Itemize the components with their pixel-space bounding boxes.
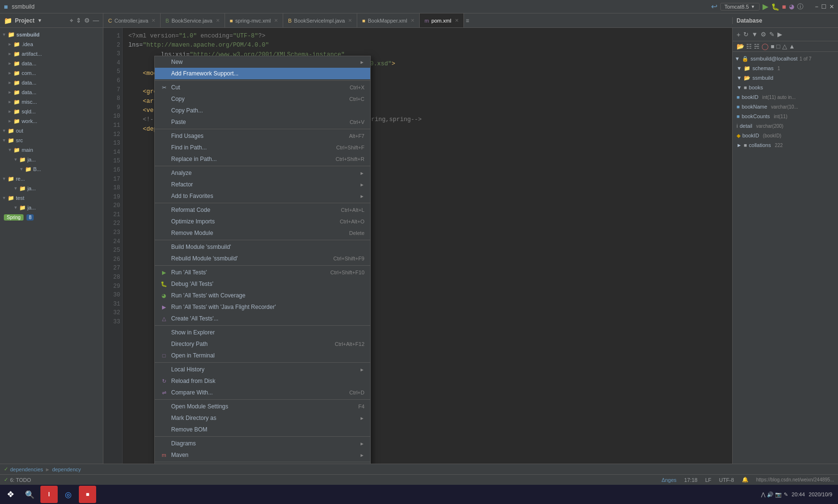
tab-bookmapper[interactable]: ■ BookMapper.xml ✕ [357,13,420,27]
menu-item-add-favorites[interactable]: Add to Favorites ► [155,190,370,202]
close-panel-icon[interactable]: — [93,17,99,24]
menu-item-optimize-imports[interactable]: Optimize Imports Ctrl+Alt+O [155,216,370,227]
tree-item-idea[interactable]: ► 📁 .idea [0,39,103,49]
menu-item-debug-tests[interactable]: 🐛 Debug 'All Tests' [155,278,370,290]
menu-item-find-usages[interactable]: Find Usages Alt+F7 [155,130,370,142]
db-connection[interactable]: ▼ 🔒 ssmbuild@localhost 1 of 7 [733,54,838,63]
menu-item-run-coverage[interactable]: ◕ Run 'All Tests' with Coverage [155,290,370,301]
menu-item-open-module-settings[interactable]: Open Module Settings F4 [155,401,370,412]
status-changes-link[interactable]: Δnges [662,477,676,483]
tree-item-book[interactable]: ▼ 📁 B... [0,164,103,174]
db-edit-icon[interactable]: ✎ [769,31,775,38]
menu-item-create-tests[interactable]: △ Create 'All Tests'... [155,313,370,324]
run-icon[interactable]: ▶ [763,2,768,11]
tree-item-re[interactable]: ▼ 📁 re... [0,174,103,184]
tab-bookserviceimpl[interactable]: B BookServiceImpl.java ✕ [283,13,357,27]
tab-more-icon[interactable]: ≡ [464,13,471,27]
db-collations[interactable]: ► ■ collations 222 [733,140,838,150]
menu-item-rebuild-module[interactable]: Rebuild Module 'ssmbuild' Ctrl+Shift+F9 [155,253,370,264]
menu-item-build-module[interactable]: Build Module 'ssmbuild' [155,241,370,253]
menu-item-mark-directory[interactable]: Mark Directory as ► [155,412,370,424]
stop-icon[interactable]: ■ [782,3,786,11]
tree-item-java1[interactable]: ▼ 📁 ja... [0,155,103,164]
menu-item-add-framework[interactable]: Add Framework Support... [155,68,370,79]
settings-icon[interactable]: ⚙ [84,17,90,24]
profile-icon[interactable]: ⓘ [797,2,803,11]
db-refresh-icon[interactable]: ↻ [743,31,749,38]
breadcrumb-dependency[interactable]: dependency [52,467,81,472]
menu-item-local-history[interactable]: Local History ► [155,364,370,375]
db-settings-icon[interactable]: ⚙ [761,31,766,38]
menu-item-paste[interactable]: Paste Ctrl+V [155,116,370,128]
tab-springmvc[interactable]: ■ spring-mvc.xml ✕ [225,13,284,27]
menu-item-open-terminal[interactable]: □ Open in Terminal [155,350,370,361]
status-charset[interactable]: UTF-8 [719,477,734,483]
menu-item-refactor[interactable]: Refactor ► [155,179,370,190]
menu-item-diagrams[interactable]: Diagrams ► [155,438,370,449]
menu-item-find-in-path[interactable]: Find in Path... Ctrl+Shift+F [155,142,370,153]
tree-item-main[interactable]: ▼ 📁 main [0,145,103,155]
debug-icon[interactable]: 🐛 [771,3,779,11]
locate-icon[interactable]: ⌖ [70,17,73,25]
maximize-btn[interactable]: ☐ [821,3,826,10]
db-plus-icon[interactable]: + [737,31,740,38]
todo-tab[interactable]: ✓ 6: TODO [4,477,31,483]
menu-item-reformat[interactable]: Reformat Code Ctrl+Alt+L [155,204,370,216]
status-lf[interactable]: LF [705,477,712,483]
db-icon-6[interactable]: □ [776,43,780,50]
menu-item-reload-disk[interactable]: ↻ Reload from Disk [155,375,370,387]
menu-item-directory-path[interactable]: Directory Path Ctrl+Alt+F12 [155,338,370,350]
menu-item-new[interactable]: New ► [155,56,370,68]
menu-item-run-tests[interactable]: ▶ Run 'All Tests' Ctrl+Shift+F10 [155,267,370,278]
db-ssmbuild[interactable]: ▼ 📂 ssmbuild [733,73,838,83]
menu-item-compare-with[interactable]: ⇌ Compare With... Ctrl+D [155,387,370,398]
tab-bookservice[interactable]: B BookService.java ✕ [161,13,225,27]
db-books[interactable]: ▼ ■ books [733,83,838,92]
tree-item-misc[interactable]: ► 📁 misc... [0,97,103,107]
db-run-icon[interactable]: ▶ [777,31,782,38]
menu-item-replace-in-path[interactable]: Replace in Path... Ctrl+Shift+R [155,153,370,165]
taskbar-intellij-btn[interactable]: I [40,486,58,503]
taskbar-windows-btn[interactable]: ❖ [2,486,19,503]
minimize-btn[interactable]: − [815,3,818,10]
db-icon-8[interactable]: ▲ [789,43,795,50]
db-icon-2[interactable]: ☷ [746,43,752,50]
expand-icon[interactable]: ⇕ [76,17,81,24]
taskbar-browser-btn[interactable]: ◎ [60,486,77,503]
menu-item-convert-kotlin[interactable]: Convert Java File to Kotlin File Ctrl+Al… [155,463,370,464]
db-icon-3[interactable]: ☵ [754,43,760,50]
tree-item-test[interactable]: ▼ 📁 test [0,193,103,203]
db-icon-4[interactable]: ◯ [762,43,769,50]
taskbar-app-btn[interactable]: ■ [79,486,96,503]
menu-item-remove-bom[interactable]: Remove BOM [155,424,370,435]
tree-item-out[interactable]: ▼ 📁 out [0,126,103,135]
run-config-selector[interactable]: Tomcat8.5 ▼ [720,3,760,11]
tree-item-java3[interactable]: ▼ 📁 ja... [0,203,103,212]
tree-root-ssmbuild[interactable]: ▼ 📁 ssmbuild [0,30,103,39]
back-icon[interactable]: ↩ [711,2,717,11]
menu-item-remove-module[interactable]: Remove Module Delete [155,227,370,239]
tree-item-java2[interactable]: ▼ 📁 ja... [0,184,103,193]
tree-item-artifact[interactable]: ► 📁 artifact... [0,49,103,59]
menu-item-copy[interactable]: Copy Ctrl+C [155,93,370,105]
menu-item-analyze[interactable]: Analyze ► [155,167,370,179]
taskbar-search-btn[interactable]: 🔍 [21,486,38,503]
tree-item-com[interactable]: ► 📁 com... [0,68,103,78]
coverage-icon[interactable]: ◕ [789,3,794,10]
db-schemas[interactable]: ▼ 📁 schemas 1 [733,63,838,73]
menu-item-show-explorer[interactable]: Show in Explorer [155,327,370,338]
menu-item-cut[interactable]: ✂ Cut Ctrl+X [155,82,370,93]
breadcrumb-dependencies[interactable]: dependencies [10,467,43,472]
tree-item-src[interactable]: ▼ 📁 src [0,135,103,145]
menu-item-maven[interactable]: m Maven ► [155,449,370,461]
menu-item-copy-path[interactable]: Copy Path... [155,105,370,116]
tree-item-work[interactable]: ► 📁 work... [0,116,103,126]
tree-item-data3[interactable]: ► 📁 data... [0,87,103,97]
tree-item-data1[interactable]: ► 📁 data... [0,59,103,68]
tab-pom[interactable]: m pom.xml ✕ [420,13,464,27]
db-icon-5[interactable]: ■ [771,43,775,50]
db-filter-icon[interactable]: ▼ [751,31,758,38]
db-icon-7[interactable]: △ [782,43,787,50]
close-btn[interactable]: ✕ [829,3,834,10]
tab-controller[interactable]: C Controller.java ✕ [103,13,161,27]
